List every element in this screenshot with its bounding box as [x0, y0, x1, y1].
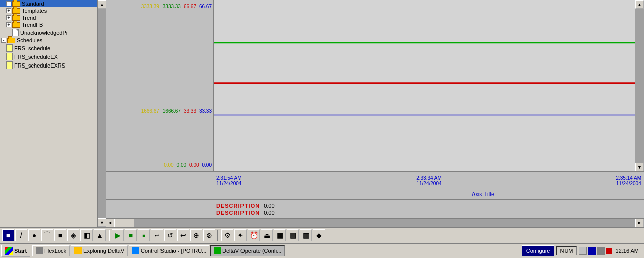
y-bot-red: 0.00 — [189, 162, 199, 168]
x-date-1: 11/24/2004 — [216, 181, 242, 186]
file-icon-frs-schedule — [6, 44, 13, 52]
taskbar-item-controlstudio[interactable]: Control Studio - [POTRU... — [129, 245, 209, 256]
tree-label-schedules: Schedules — [17, 37, 42, 43]
tb-rect[interactable]: ■ — [54, 229, 66, 241]
x-axis-labels: 2:31:54 AM 11/24/2004 2:33:34 AM 11/24/2… — [214, 173, 644, 186]
tb-eject[interactable]: ⏏ — [261, 229, 273, 241]
legend-label-2: DESCRIPTION — [216, 210, 260, 216]
file-icon-unacknowledged — [12, 29, 19, 36]
taskbar-label-exploredeltav: Exploring DeltaV — [83, 248, 124, 254]
plot-area — [214, 0, 635, 171]
legend-row-2: DESCRIPTION 0.00 — [216, 210, 533, 216]
taskbar-label-flexlock: FlexLock — [44, 248, 66, 254]
sidebar-wrapper: + Standard + Templates + Trend + — [0, 0, 106, 227]
y-tick-bot: 0.00 0.00 0.00 0.00 — [107, 162, 212, 168]
tb-select[interactable]: ■ — [2, 229, 14, 241]
folder-icon-schedules — [7, 38, 15, 43]
sys-icon-2 — [588, 247, 596, 255]
tb-clock[interactable]: ⏰ — [248, 229, 260, 241]
x-time-2: 2:33:34 AM — [416, 175, 442, 181]
tb-refresh[interactable]: ↺ — [164, 229, 176, 241]
tree-item-unacknowledged[interactable]: UnacknowledgedPr — [0, 28, 97, 37]
tb-zoom-in[interactable]: ⊕ — [190, 229, 202, 241]
y-mid-green: 1666.67 — [163, 108, 181, 114]
expand-schedules[interactable]: - — [1, 38, 6, 43]
tb-grid[interactable]: ▦ — [274, 229, 286, 241]
taskbar-item-exploredeltav[interactable]: Exploring DeltaV — [71, 245, 128, 256]
taskbar-item-deltaVoperate[interactable]: DeltaV Operate (Confi... — [210, 245, 285, 256]
tb-diamond[interactable]: ◆ — [313, 229, 325, 241]
tb-arc[interactable]: ⌒ — [41, 229, 53, 241]
tb-fill[interactable]: ◧ — [80, 229, 93, 241]
tree-item-trendfb[interactable]: + TrendFB — [0, 21, 97, 28]
tb-table[interactable]: ▤ — [287, 229, 299, 241]
tb-list[interactable]: ▥ — [300, 229, 312, 241]
file-icon-frs-scheduleexrs — [6, 61, 13, 69]
y-top-green: 3333.33 — [163, 4, 181, 9]
legend-value-2: 0.00 — [264, 210, 274, 216]
y-tick-mid: 1666.67 1666.67 33.33 33.33 — [107, 108, 212, 114]
sys-icon-1 — [579, 247, 587, 255]
sidebar-scroll-down[interactable]: ▼ — [98, 218, 106, 227]
y-mid-yellow: 1666.67 — [141, 108, 159, 114]
chart-main: 3333.39 3333.33 66.67 66.67 1666.67 1666… — [106, 0, 644, 171]
tb-back[interactable]: ↩ — [177, 229, 189, 241]
tb-circle[interactable]: ● — [28, 229, 40, 241]
tb-star[interactable]: ✦ — [234, 229, 247, 241]
y-axis-labels: 3333.39 3333.33 66.67 66.67 1666.67 1666… — [106, 0, 214, 171]
tree-item-schedules[interactable]: - Schedules — [0, 37, 97, 44]
tree-label-standard: Standard — [22, 1, 44, 7]
start-button[interactable]: Start — [1, 245, 30, 257]
tb-step[interactable]: ↩ — [151, 229, 163, 241]
tb-stop-green[interactable]: ■ — [125, 229, 137, 241]
legend-label-1: DESCRIPTION — [216, 203, 260, 209]
tree-label-trend: Trend — [22, 15, 36, 21]
y-top-blue: 66.67 — [199, 4, 212, 9]
taskbar-label-deltaVoperate: DeltaV Operate (Confi... — [222, 248, 281, 254]
h-scroll-left[interactable]: ◄ — [106, 219, 114, 227]
y-bot-blue: 0.00 — [202, 162, 212, 168]
chart-scroll-up[interactable]: ▲ — [635, 0, 644, 9]
expand-templates[interactable]: + — [6, 8, 11, 13]
sidebar-scroll-up[interactable]: ▲ — [98, 0, 106, 9]
tree-item-frs-schedule[interactable]: FRS_schedule — [0, 44, 97, 52]
content-area: + Standard + Templates + Trend + — [0, 0, 644, 227]
h-scrollbar[interactable]: ◄ ► — [106, 218, 644, 227]
chart-right-scrollbar[interactable]: ▲ ▼ — [635, 0, 644, 171]
sidebar-vscroll[interactable]: ▲ ▼ — [97, 0, 106, 227]
tb-gear[interactable]: ⚙ — [221, 229, 233, 241]
folder-icon-trend — [12, 15, 20, 21]
tb-triangle[interactable]: ▲ — [94, 229, 106, 241]
tree-item-frs-scheduleexrs[interactable]: FRS_scheduleEXRS — [0, 61, 97, 70]
chart-container: 3333.39 3333.33 66.67 66.67 1666.67 1666… — [106, 0, 644, 227]
tb-play-green[interactable]: ▶ — [112, 229, 124, 241]
sidebar-scroll-track — [98, 9, 106, 218]
tb-zoom-out[interactable]: ⊗ — [203, 229, 215, 241]
h-scroll-thumb[interactable] — [114, 219, 134, 227]
tb-line[interactable]: / — [15, 229, 27, 241]
h-scroll-right[interactable]: ► — [635, 219, 644, 227]
configure-button[interactable]: Configure — [522, 245, 555, 256]
tree-label-unacknowledged: UnacknowledgedPr — [20, 30, 68, 36]
y-bot-green: 0.00 — [177, 162, 186, 168]
expand-trend[interactable]: + — [6, 15, 11, 20]
tb-record-green[interactable]: ■ — [138, 229, 150, 241]
expand-trendfb[interactable]: + — [6, 22, 11, 27]
tree-label-trendfb: TrendFB — [22, 22, 43, 28]
tree-item-frs-scheduleex[interactable]: FRS_scheduleEX — [0, 52, 97, 61]
legend-value-1: 0.00 — [264, 203, 274, 209]
windows-icon — [5, 247, 13, 255]
expand-standard[interactable]: + — [6, 1, 11, 6]
tb-poly[interactable]: ◈ — [67, 229, 79, 241]
chart-scroll-down[interactable]: ▼ — [635, 163, 644, 171]
chart-scroll-track — [635, 9, 644, 163]
taskbar: Start FlexLock Exploring DeltaV Control … — [0, 243, 644, 258]
tb-sep-2 — [217, 230, 219, 241]
taskbar-sys-icons — [579, 247, 612, 255]
folder-icon-templates — [12, 8, 20, 14]
taskbar-item-flexlock[interactable]: FlexLock — [32, 245, 70, 256]
y-top-yellow: 3333.39 — [141, 4, 159, 9]
sys-icon-3 — [597, 247, 605, 255]
plot-svg — [214, 0, 635, 171]
sys-icon-4 — [606, 248, 612, 254]
